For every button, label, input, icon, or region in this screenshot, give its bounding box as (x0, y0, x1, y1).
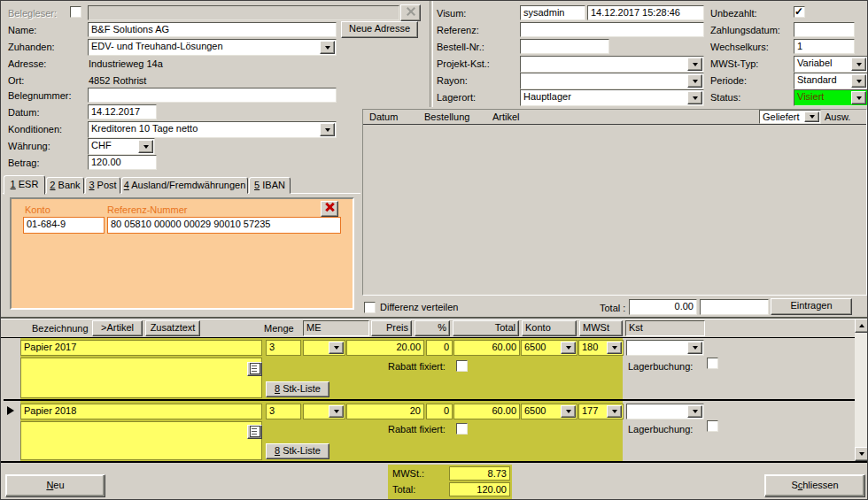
bestellnr-input[interactable] (520, 39, 609, 54)
zuhanden-label: Zuhanden: (8, 42, 55, 53)
scrollbar-up-arrow-icon[interactable] (855, 319, 868, 333)
row1-kst-select[interactable] (626, 340, 704, 356)
tab-iban[interactable]: 5 IBAN (249, 177, 291, 194)
dropdown-arrow-icon[interactable] (561, 342, 576, 354)
unbezahlt-checkbox[interactable] (794, 6, 805, 18)
name-input[interactable]: B&F Solutions AG (88, 22, 337, 37)
dropdown-arrow-icon[interactable] (687, 342, 702, 354)
periode-select[interactable]: Standard (794, 73, 868, 89)
rayon-select[interactable] (520, 73, 704, 89)
zuhanden-value: EDV- und Treuhand-Lösungen (91, 41, 223, 51)
dropdown-arrow-icon[interactable] (687, 405, 702, 418)
tab-esr[interactable]: 1 ESR (4, 175, 45, 195)
tab-bank[interactable]: 2 Bank (46, 177, 84, 194)
dropdown-arrow-icon[interactable] (320, 123, 335, 136)
dropdown-arrow-icon[interactable] (561, 405, 576, 418)
row1-menge-input[interactable]: 3 (266, 340, 301, 356)
belegleser-checkbox[interactable] (70, 6, 81, 18)
diff-extra-input[interactable] (700, 299, 769, 315)
dropdown-arrow-icon[interactable] (320, 41, 335, 54)
row1-preis-input[interactable]: 20.00 (346, 340, 424, 356)
eintragen-button[interactable]: Eintragen (771, 298, 852, 315)
dropdown-arrow-icon[interactable] (851, 91, 866, 104)
belegleser-clear-button[interactable] (400, 4, 421, 21)
row1-stk-liste-button[interactable]: 8 Stk-Liste (266, 381, 329, 397)
row1-memo-button[interactable] (247, 362, 262, 376)
dropdown-arrow-icon[interactable] (851, 74, 866, 88)
row1-mwst-select[interactable]: 180 (578, 340, 624, 356)
datum-input[interactable]: 14.12.2017 (88, 104, 157, 119)
tab-post[interactable]: 3 Post (85, 177, 120, 194)
row2-mwst-select[interactable]: 177 (578, 404, 624, 419)
dropdown-arrow-icon[interactable] (607, 342, 622, 354)
items-header-preis-button[interactable]: Preis (371, 320, 412, 336)
items-scrollbar-track[interactable] (855, 319, 868, 461)
items-header-artikel-button[interactable]: >Artikel (92, 320, 143, 336)
row1-konto-select[interactable]: 6500 (521, 340, 577, 356)
row2-total-input[interactable]: 60.00 (453, 404, 520, 419)
konto-input[interactable]: 01-684-9 (23, 217, 105, 234)
dropdown-arrow-icon[interactable] (607, 405, 622, 418)
dropdown-arrow-icon[interactable] (329, 342, 344, 354)
items-header-mwst-button[interactable]: MWSt (579, 320, 623, 336)
geliefert-select[interactable]: Geliefert (759, 110, 821, 124)
dropdown-arrow-icon[interactable] (687, 58, 702, 71)
dropdown-arrow-icon[interactable] (687, 74, 702, 88)
differenz-verteilen-label: Differenz verteilen (380, 302, 458, 313)
neue-adresse-button[interactable]: Neue Adresse (341, 21, 418, 38)
row2-percent-input[interactable]: 0 (426, 404, 453, 419)
items-header-zusatztext-button[interactable]: Zusatztext (145, 320, 200, 336)
betrag-input[interactable]: 120.00 (88, 155, 157, 170)
row1-lagerbuchung-checkbox[interactable] (707, 358, 718, 369)
items-header-total-button[interactable]: Total (453, 320, 519, 336)
mwst-typ-select[interactable]: Variabel (794, 56, 868, 73)
waehrung-select[interactable]: CHF (88, 138, 155, 155)
dropdown-arrow-icon[interactable] (329, 405, 344, 418)
konditionen-select[interactable]: Kreditoren 10 Tage netto (88, 121, 337, 138)
row2-bezeichnung-input[interactable]: Papier 2018 (20, 404, 262, 419)
zuhanden-select[interactable]: EDV- und Treuhand-Lösungen (88, 39, 337, 56)
neu-button[interactable]: Neu (5, 474, 105, 497)
lagerort-select[interactable]: Hauptlager (520, 89, 704, 106)
row2-stk-liste-button[interactable]: 8 Stk-Liste (266, 443, 329, 459)
referenz-nummer-input[interactable]: 80 05810 00000 00029 90010 57235 (107, 217, 341, 234)
schliessen-button[interactable]: Schliessen (764, 474, 865, 497)
row1-percent-input[interactable]: 0 (426, 340, 453, 356)
dropdown-arrow-icon[interactable] (804, 112, 819, 122)
row2-konto-select[interactable]: 6500 (521, 404, 577, 419)
scrollbar-down-arrow-icon[interactable] (855, 447, 868, 461)
row2-memo-button[interactable] (247, 425, 262, 439)
row2-preis-input[interactable]: 20 (346, 404, 424, 419)
visum-datetime-input[interactable]: 14.12.2017 15:28:46 (587, 5, 704, 20)
dropdown-arrow-icon[interactable] (138, 140, 153, 153)
items-header-percent-button[interactable]: % (415, 320, 450, 336)
wechselkurs-input[interactable]: 1 (794, 39, 855, 54)
row1-rabatt-fixiert-checkbox[interactable] (456, 360, 468, 372)
row2-zusatztext-textarea[interactable] (20, 421, 262, 460)
row1-bezeichnung-input[interactable]: Papier 2017 (20, 340, 262, 356)
tab-ausland-fremdwaehrungen[interactable]: 4 Ausland/Fremdwährungen (121, 177, 248, 194)
zahlungsdatum-input[interactable] (794, 22, 855, 37)
row-separator (4, 399, 855, 401)
dropdown-arrow-icon[interactable] (687, 91, 702, 104)
status-select[interactable]: Visiert (794, 89, 868, 106)
projekt-kst-select[interactable] (520, 56, 704, 73)
esr-clear-button[interactable] (321, 201, 338, 217)
diff-total-input[interactable]: 0.00 (629, 299, 697, 315)
items-header-konto-button[interactable]: Konto (522, 320, 577, 336)
visum-user-input[interactable]: sysadmin (520, 5, 585, 20)
row1-total-input[interactable]: 60.00 (453, 340, 520, 356)
row2-menge-input[interactable]: 3 (266, 404, 301, 419)
belegnummer-input[interactable] (88, 88, 337, 103)
status-label: Status: (710, 92, 740, 104)
differenz-verteilen-checkbox[interactable] (364, 302, 376, 313)
row2-kst-select[interactable] (626, 404, 704, 419)
row1-me-select[interactable] (303, 340, 345, 356)
row2-lagerbuchung-checkbox[interactable] (707, 420, 718, 432)
row1-zusatztext-textarea[interactable] (20, 358, 262, 398)
dropdown-arrow-icon[interactable] (851, 58, 866, 71)
rayon-label: Rayon: (437, 75, 468, 87)
referenz-input[interactable] (520, 22, 704, 37)
row2-rabatt-fixiert-checkbox[interactable] (456, 423, 468, 435)
row2-me-select[interactable] (303, 404, 345, 419)
